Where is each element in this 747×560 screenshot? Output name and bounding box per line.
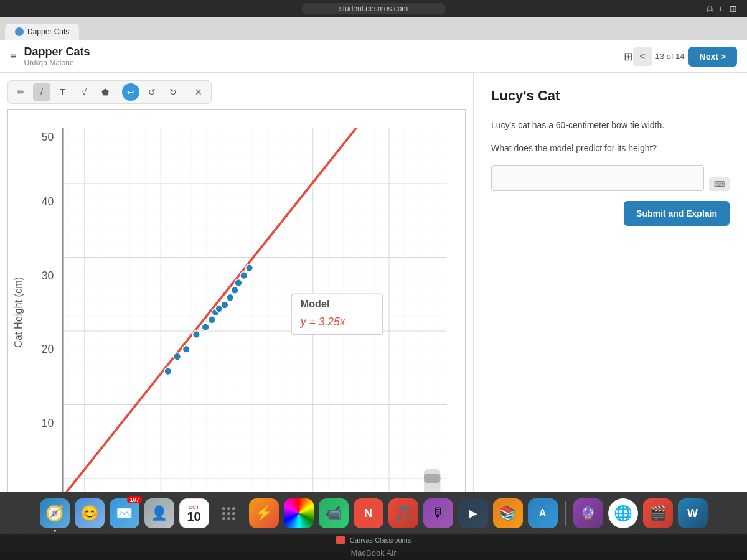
page-count: 13 of 14: [655, 52, 685, 61]
pencil-tool[interactable]: ✏: [12, 83, 29, 101]
svg-text:40: 40: [42, 195, 54, 208]
graph-svg: 0 4 8 12 16 20 20 Bow Tie Width (cm) 0: [8, 110, 465, 552]
dock-translate[interactable]: A: [528, 498, 558, 528]
activity-title-group: Dapper Cats Unikqa Malone: [24, 45, 624, 67]
grid-icon[interactable]: ⊞: [730, 4, 737, 14]
close-tool[interactable]: ✕: [190, 83, 207, 101]
tab-bar: Dapper Cats: [0, 17, 747, 40]
dock-word[interactable]: W: [678, 498, 708, 528]
mac-top-bar: student.desmos.com ⎙ + ⊞: [0, 0, 747, 17]
svg-rect-1: [63, 128, 447, 497]
dock-launchpad[interactable]: [214, 498, 244, 528]
svg-text:30: 30: [42, 269, 54, 281]
toolbar: ✏ / T √ ⬟ ↩ ↺ ↻ ✕: [7, 80, 212, 104]
share-icon[interactable]: ⎙: [707, 4, 712, 14]
calendar-day: 10: [187, 510, 200, 523]
prompt-text: What does the model predict for its heig…: [491, 142, 730, 155]
prev-button[interactable]: <: [633, 47, 651, 66]
dock-facetime[interactable]: 📹: [319, 498, 349, 528]
dock-books[interactable]: 📚: [493, 498, 523, 528]
forward-tool[interactable]: ↻: [164, 83, 182, 101]
svg-point-30: [231, 286, 238, 294]
dock-safari[interactable]: 🧭: [40, 498, 70, 528]
header-nav: < 13 of 14 Next >: [633, 47, 737, 67]
dock-appletv[interactable]: ▶: [458, 498, 488, 528]
svg-point-23: [193, 331, 200, 338]
keyboard-toggle-button[interactable]: ⌨: [709, 177, 730, 191]
browser-chrome: Dapper Cats: [0, 17, 747, 40]
question-title: Lucy's Cat: [491, 88, 730, 104]
dock-siri[interactable]: ⚡: [249, 498, 279, 528]
svg-point-24: [202, 324, 209, 331]
desmos-body: ✏ / T √ ⬟ ↩ ↺ ↻ ✕: [0, 73, 747, 560]
redo-tool[interactable]: ↺: [143, 83, 161, 101]
dock-netflix[interactable]: N: [354, 498, 383, 528]
active-tab[interactable]: Dapper Cats: [5, 24, 79, 40]
question-description: Lucy's cat has a 60-centimeter bow tie w…: [491, 119, 730, 132]
text-tool[interactable]: T: [54, 83, 72, 101]
svg-point-22: [182, 345, 190, 353]
sqrt-tool[interactable]: √: [75, 83, 93, 101]
activity-subtitle: Unikqa Malone: [24, 58, 624, 67]
hamburger-menu[interactable]: ≡: [10, 50, 17, 63]
canvas-favicon: [336, 536, 345, 544]
browser-icons: ⎙ + ⊞: [707, 4, 737, 14]
svg-point-20: [164, 368, 172, 375]
activity-header: ≡ Dapper Cats Unikqa Malone ⊞ < 13 of 14…: [0, 40, 747, 73]
svg-point-31: [235, 279, 242, 287]
page-wrapper: student.desmos.com ⎙ + ⊞ Dapper Cats ≡ D…: [0, 0, 747, 560]
browser-wrapper: ≡ Dapper Cats Unikqa Malone ⊞ < 13 of 14…: [0, 40, 747, 560]
tab-favicon: [15, 27, 24, 36]
dock-bar: 🧭 😊 ✉️ 107 👤 OCT 10: [0, 492, 747, 534]
dock-separator: [565, 501, 566, 526]
svg-point-29: [227, 294, 234, 301]
dock-podcast[interactable]: 🎙: [423, 498, 453, 528]
desmos-app: ≡ Dapper Cats Unikqa Malone ⊞ < 13 of 14…: [0, 40, 747, 560]
tab-label: Dapper Cats: [27, 27, 69, 36]
graph-panel: ✏ / T √ ⬟ ↩ ↺ ↻ ✕: [0, 73, 473, 560]
add-tab-icon[interactable]: +: [718, 4, 723, 14]
svg-point-33: [246, 264, 253, 272]
svg-point-28: [221, 301, 228, 309]
fullscreen-icon[interactable]: ⊞: [624, 50, 633, 63]
svg-rect-38: [424, 474, 440, 483]
svg-text:50: 50: [42, 131, 54, 143]
svg-point-32: [240, 272, 248, 279]
svg-text:y = 3.25x: y = 3.25x: [300, 315, 346, 328]
description-text: Lucy's cat has a 60-centimeter bow tie w…: [491, 120, 664, 130]
svg-point-21: [174, 353, 181, 360]
dock-app2[interactable]: 🎬: [643, 498, 673, 528]
toolbar-separator-2: [186, 86, 186, 98]
activity-title: Dapper Cats: [24, 45, 624, 58]
svg-point-25: [208, 316, 215, 324]
mac-dock-container: 🧭 😊 ✉️ 107 👤 OCT 10: [0, 492, 747, 560]
toolbar-separator: [118, 86, 118, 98]
url-bar: student.desmos.com: [302, 3, 446, 14]
right-panel: Lucy's Cat Lucy's cat has a 60-centimete…: [473, 73, 747, 560]
mail-badge: 107: [127, 496, 141, 503]
answer-input[interactable]: [491, 165, 704, 191]
dock-contacts[interactable]: 👤: [144, 498, 174, 528]
svg-text:Model: Model: [301, 298, 330, 309]
safari-active-dot: [54, 530, 56, 532]
dock-music[interactable]: 🎵: [388, 498, 418, 528]
undo-tool[interactable]: ↩: [122, 83, 139, 101]
next-button[interactable]: Next >: [688, 47, 737, 67]
submit-button[interactable]: Submit and Explain: [624, 201, 730, 226]
dock-finder[interactable]: 😊: [75, 498, 105, 528]
dock-screensave[interactable]: 🔮: [573, 498, 603, 528]
svg-text:20: 20: [42, 343, 54, 355]
next-label: Next >: [700, 52, 726, 62]
dock-calendar[interactable]: OCT 10: [179, 498, 209, 528]
svg-text:10: 10: [42, 416, 54, 429]
canvas-label: Canvas Classrooms: [350, 536, 411, 544]
graph-container[interactable]: 0 4 8 12 16 20 20 Bow Tie Width (cm) 0: [7, 109, 466, 553]
svg-text:Cat Height (cm): Cat Height (cm): [12, 277, 24, 348]
dock-photos[interactable]: [284, 498, 314, 528]
dock-chrome[interactable]: 🌐: [608, 498, 638, 528]
slash-tool[interactable]: /: [33, 83, 50, 101]
macbook-label: MacBook Air: [0, 546, 747, 560]
dock-mail[interactable]: ✉️ 107: [110, 498, 139, 528]
shape-tool[interactable]: ⬟: [96, 83, 114, 101]
